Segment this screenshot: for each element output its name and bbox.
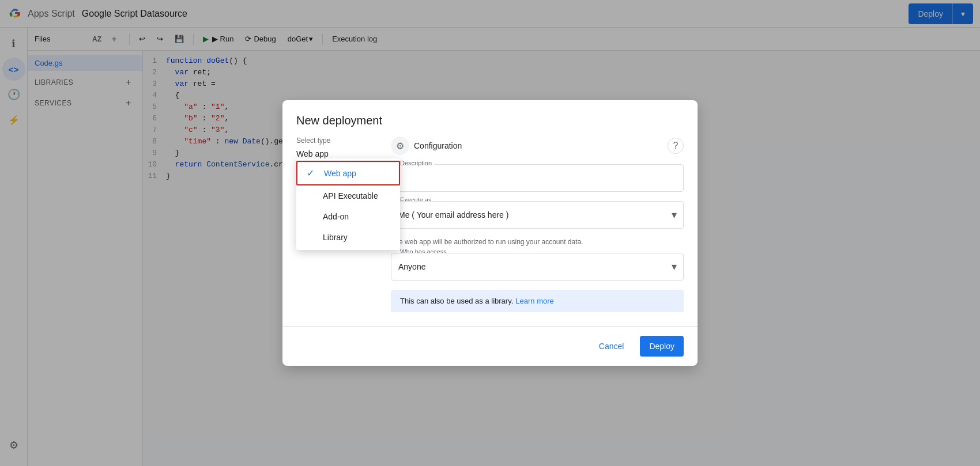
config-title: Configuration <box>414 141 462 150</box>
new-deployment-dialog: New deployment Select type Web app ✓ Web… <box>282 100 698 366</box>
dropdown-item-web-app[interactable]: ✓ Web app <box>296 161 400 185</box>
checkmark-icon: ✓ <box>307 168 317 179</box>
execute-as-select-wrapper: Me ( Your email address here ) ▾ <box>391 201 684 229</box>
access-select-wrapper: Anyone ▾ <box>391 253 684 281</box>
info-box: This can also be used as a library. Lear… <box>391 290 684 312</box>
dialog-footer: Cancel Deploy <box>282 326 698 366</box>
access-select[interactable]: Anyone <box>391 253 684 281</box>
help-icon: ? <box>673 141 679 151</box>
info-text: This can also be used as a library. <box>400 297 513 305</box>
dropdown-item-api-executable[interactable]: API Executable <box>296 185 400 206</box>
select-type-label: Select type <box>296 137 377 145</box>
type-dropdown-menu: ✓ Web app API Executable Add-on Library <box>296 158 400 250</box>
dialog-main-row: Select type Web app ✓ Web app API Execut… <box>296 137 684 312</box>
execute-as-select[interactable]: Me ( Your email address here ) <box>391 201 684 229</box>
dialog-body: Select type Web app ✓ Web app API Execut… <box>282 137 698 326</box>
description-label: Description <box>398 160 434 166</box>
dropdown-item-add-on[interactable]: Add-on <box>296 206 400 227</box>
help-button[interactable]: ? <box>668 138 684 154</box>
execute-as-helper: The web app will be authorized to run us… <box>391 238 684 246</box>
config-header: ⚙ Configuration ? <box>391 137 684 155</box>
dropdown-item-library[interactable]: Library <box>296 227 400 248</box>
type-selected-value[interactable]: Web app <box>296 149 329 158</box>
execute-as-field: Execute as Me ( Your email address here … <box>391 201 684 229</box>
deploy-confirm-button[interactable]: Deploy <box>640 336 684 357</box>
config-section: ⚙ Configuration ? Description <box>391 137 684 312</box>
select-type-section: Select type Web app ✓ Web app API Execut… <box>296 137 377 158</box>
gear-icon-circle: ⚙ <box>391 137 409 155</box>
learn-more-link[interactable]: Learn more <box>515 297 553 305</box>
dialog-title: New deployment <box>282 100 698 137</box>
gear-icon: ⚙ <box>396 141 404 151</box>
type-selector-wrapper: Web app ✓ Web app API Executable Ad <box>296 149 329 158</box>
cancel-button[interactable]: Cancel <box>590 336 634 357</box>
modal-overlay[interactable]: New deployment Select type Web app ✓ Web… <box>0 0 980 466</box>
description-input[interactable] <box>391 164 684 192</box>
dropdown-item-label: Add-on <box>323 212 349 221</box>
dropdown-item-label: Library <box>323 233 348 242</box>
description-field: Description <box>391 164 684 192</box>
dropdown-item-label: API Executable <box>323 191 378 200</box>
dropdown-item-label: Web app <box>324 169 356 178</box>
access-field: Who has access Anyone ▾ <box>391 253 684 281</box>
